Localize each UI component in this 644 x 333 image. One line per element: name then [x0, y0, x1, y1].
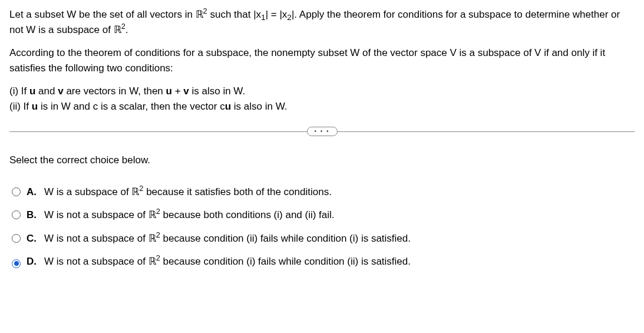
- ci-mid2: are vectors in W, then: [64, 85, 166, 97]
- question-text: Let a subset W be the set of all vectors…: [9, 7, 635, 37]
- opt-pre: W is a subspace of: [44, 186, 131, 197]
- vec-u: u: [225, 101, 231, 112]
- opt-pre: W is not a subspace of: [44, 256, 148, 267]
- opt-post: because condition (i) fails while condit…: [160, 256, 411, 267]
- opt-post: because it satisfies both of the conditi…: [143, 186, 331, 197]
- q-part1: Let a subset W be the set of all vectors…: [9, 9, 196, 20]
- radio-icon[interactable]: [12, 234, 21, 243]
- condition-i: (i) If u and v are vectors in W, then u …: [9, 84, 635, 99]
- vec-u: u: [29, 85, 35, 97]
- opt-pre: W is not a subspace of: [44, 209, 148, 220]
- r2-symbol: ℝ: [148, 209, 156, 220]
- sup-2: 2: [121, 22, 126, 31]
- r2-symbol: ℝ: [196, 9, 203, 20]
- vec-v: v: [58, 85, 63, 97]
- option-b[interactable]: B. W is not a subspace of ℝ2 because bot…: [12, 207, 635, 223]
- vec-u: u: [32, 101, 38, 112]
- option-letter: D.: [27, 254, 38, 269]
- sup-2: 2: [156, 230, 160, 239]
- ci-prefix: (i) If: [9, 85, 29, 97]
- opt-post: because both conditions (i) and (ii) fai…: [160, 209, 335, 220]
- sup-2: 2: [156, 207, 160, 216]
- vec-u: u: [166, 85, 172, 97]
- r2-symbol: ℝ: [131, 186, 139, 197]
- options-group: A. W is a subspace of ℝ2 because it sati…: [12, 184, 635, 269]
- r2-symbol: ℝ: [148, 233, 156, 244]
- option-c[interactable]: C. W is not a subspace of ℝ2 because con…: [12, 231, 635, 246]
- radio-icon[interactable]: [12, 259, 21, 268]
- option-a[interactable]: A. W is a subspace of ℝ2 because it sati…: [12, 184, 635, 200]
- conditions-block: (i) If u and v are vectors in W, then u …: [9, 84, 635, 114]
- x-var: x: [256, 9, 262, 20]
- sup-2: 2: [203, 6, 207, 15]
- option-text: W is a subspace of ℝ2 because it satisfi…: [44, 184, 635, 200]
- option-text: W is not a subspace of ℝ2 because both c…: [44, 207, 635, 223]
- cii-mid1: is in W and c is a scalar, then the vect…: [38, 101, 224, 112]
- opt-pre: W is not a subspace of: [44, 233, 148, 244]
- cii-suffix: is also in W.: [231, 101, 287, 112]
- r2-symbol: ℝ: [114, 24, 121, 35]
- r2-symbol: ℝ: [148, 256, 156, 267]
- sup-2: 2: [156, 253, 160, 262]
- theorem-statement: According to the theorem of conditions f…: [9, 45, 635, 75]
- equals: =: [268, 9, 279, 20]
- ci-suffix: is also in W.: [189, 85, 245, 97]
- expand-pill-icon[interactable]: • • •: [306, 127, 337, 136]
- option-letter: C.: [27, 231, 38, 246]
- ci-mid1: and: [35, 85, 58, 97]
- sub-1: 1: [261, 13, 266, 22]
- section-divider: • • •: [9, 126, 635, 137]
- condition-ii: (ii) If u is in W and c is a scalar, the…: [9, 99, 635, 114]
- option-d[interactable]: D. W is not a subspace of ℝ2 because con…: [12, 254, 635, 269]
- option-text: W is not a subspace of ℝ2 because condit…: [44, 231, 635, 246]
- period: .: [126, 24, 128, 35]
- q-part2: such that: [207, 9, 253, 20]
- cii-prefix: (ii) If: [9, 101, 32, 112]
- option-letter: B.: [27, 207, 38, 223]
- radio-icon[interactable]: [12, 187, 21, 196]
- radio-icon[interactable]: [12, 210, 21, 219]
- sub-2: 2: [287, 13, 292, 22]
- opt-post: because condition (ii) fails while condi…: [160, 233, 411, 244]
- select-prompt: Select the correct choice below.: [9, 153, 635, 168]
- plus: +: [172, 85, 183, 97]
- vec-v: v: [183, 85, 189, 97]
- option-letter: A.: [27, 184, 38, 200]
- option-text: W is not a subspace of ℝ2 because condit…: [44, 254, 635, 269]
